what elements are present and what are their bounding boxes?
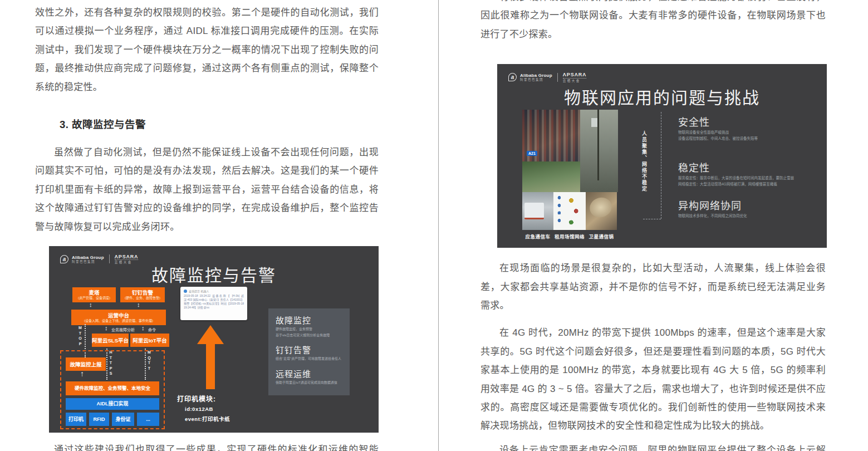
section-security: 安全性 物联网设备安全性面临严峻挑战 设备远程控制越权、中间人攻击、被控设备失陷… <box>678 114 758 141</box>
rfid-label: RFID <box>94 416 105 423</box>
brand-group-cn: 阿里巴巴集团 <box>520 78 552 81</box>
utility-pole <box>597 110 599 180</box>
updown-arrow-icon: ↕ <box>105 325 108 331</box>
ops-title: 运营中台 <box>108 312 129 318</box>
gate-sign-badge: A21 <box>527 151 537 156</box>
dish-face <box>587 194 614 220</box>
section-stability: 稳定性 服务稳定性：服务中断后，大量的设备在短时间内发起重连，要防止雪崩 网络稳… <box>678 160 794 187</box>
caption-satellite-dish: 卫星通信锅 <box>586 233 617 239</box>
flow-box-dingtalk-alert: 钉钉告警 (硬件、业务、故障告警) <box>120 287 165 302</box>
mtop-label: MTOP <box>78 325 82 346</box>
paragraph-intro: 有很多硬件设备虽然联网提供服务，但是运维管控能力都很弱、甚至没有，因此很难称之为… <box>480 0 826 43</box>
printer-label: 打印机 <box>68 416 84 423</box>
slide1-title: 故障监控与告警 <box>49 262 379 286</box>
panel-fault-monitoring: 故障监控 硬件故障监控，业务预警 基于sls日志可定义规则分析业务故障 <box>276 314 342 337</box>
idcard-label: 身份证 <box>115 416 130 423</box>
robot-avatar-icon <box>184 290 187 293</box>
flow-box-aidl: AIDL接口实现 <box>66 398 159 410</box>
ops-sub: (设备入网、设备上下线、通道管理、事件处理) <box>84 318 153 323</box>
alibaba-mark-icon: a <box>508 73 517 81</box>
brand-divider <box>557 73 558 82</box>
panel-title: 故障监控 <box>276 314 342 326</box>
module-id: id:0x12AB <box>185 406 230 412</box>
paragraph-4g-5g: 在 4G 时代，20MHz 的带宽下提供 100Mbps 的速率，但是这个速率是… <box>480 323 826 435</box>
paragraph-device-security: 设备上云肯定需要考虑安全问题，阿里的物联网平台提供了整个设备上云解决方案，设备安… <box>480 441 826 451</box>
panel-desc: 基于sls日志可定义规则分析业务故障 <box>276 333 342 338</box>
caption-venue-network: 租用场馆网络 <box>553 233 586 239</box>
module-event: event:打印机卡纸 <box>185 415 230 423</box>
dingtalk-notification-card: 麦塔提示 机器人 2019-05-18 19:24:22 设备名称【 [H-3k… <box>180 287 247 320</box>
iot-label: 阿里云IoT平台 <box>133 337 167 344</box>
photo-tree-lined-street <box>522 161 580 192</box>
flow-box-maita: 麦塔 (资产管理、设备调度) <box>72 287 116 302</box>
panel-title: 钉钉告警 <box>276 344 342 355</box>
section-heterogeneous-network: 异构网络协同 物联网技术多样化，不同网络之间协同优化 <box>678 198 747 218</box>
section-title: 安全性 <box>678 114 758 129</box>
dashed-separator <box>661 112 661 219</box>
flow-box-fault-report: 故障监控上报 <box>66 357 106 371</box>
ding-title: 钉钉告警 <box>132 290 153 296</box>
ding-sub: (硬件、业务、故障告警) <box>125 296 160 300</box>
module-title: 打印机模块: <box>177 394 230 403</box>
section-heading-fault-monitoring: 3. 故障监控与告警 <box>35 116 379 131</box>
photo-satellite-dish <box>586 192 617 230</box>
section-line: 设备远程控制越权、中间人攻击、被控设备失陷等 <box>678 136 758 141</box>
flow-box-aliyun-iot: 阿里云IoT平台 <box>130 334 169 347</box>
updown-arrow-icon: ↕ <box>89 302 92 308</box>
slide2-title: 物联网应用的问题与挑战 <box>497 84 827 109</box>
dashed-separator-bottom <box>643 219 661 219</box>
sls-label: 阿里云SLS平台 <box>92 337 129 344</box>
big-up-arrow-stem <box>206 344 215 389</box>
slide-fault-monitoring: a Alibaba Group 阿里巴巴集团 ΛPSΛRΛ 云栖大会 故障监控与… <box>49 246 379 433</box>
paragraph-scene: 在现场面临的场景是很复杂的，比如大型活动，人流聚集，线上体验会很差，大家都会共享… <box>480 259 826 315</box>
section-title: 异构网络协同 <box>678 198 747 212</box>
flow-box-rfid: RFID <box>89 413 109 426</box>
notice-header: 麦塔提示 机器人 <box>189 289 209 293</box>
caption-emergency-vehicle: 应急通信车 <box>522 233 553 239</box>
brand-apsara-cn: 云栖大会 <box>563 78 587 82</box>
maita-sub: (资产管理、设备调度) <box>78 296 110 300</box>
flow-box-ops-platform: 运营中台 (设备入网、设备上下线、通道管理、事件处理) <box>71 310 166 325</box>
label-command: 命令 <box>148 327 156 332</box>
brand-apsara: ΛPSΛRΛ <box>563 72 587 77</box>
vertical-side-label: 人员聚集、网络不稳定 <box>641 131 648 192</box>
updown-arrow-icon: ↕ <box>137 302 140 308</box>
document-viewer: 效性之外，还有各种复杂的权限规则的校验。第二个是硬件的自动化测试，我们可以通过模… <box>0 0 868 451</box>
page-left: 效性之外，还有各种复杂的权限规则的校验。第二个是硬件的自动化测试，我们可以通过模… <box>0 0 438 451</box>
flow-box-aliyun-sls: 阿里云SLS平台 <box>92 334 129 347</box>
brand-group: Alibaba Group <box>72 255 104 260</box>
flow-box-printer: 打印机 <box>66 413 86 426</box>
summary-panel: 故障监控 硬件故障监控，业务预警 基于sls日志可定义规则分析业务故障 钉钉告警… <box>268 308 350 395</box>
flow-box-idcard: 身份证 <box>112 413 134 426</box>
panel-desc: 硬件故障监控，业务预警 <box>276 327 342 332</box>
panel-desc: 借助于阿里云IoT通道可完成双向数据通信 <box>276 380 342 385</box>
label-business-fault-analysis: 业务故障分析 <box>111 327 135 332</box>
notice-body: 2019-05-18 19:24:22 设备名称【 [H-3k] 武汉-403 … <box>184 294 244 310</box>
photo-collage: A21 <box>522 110 618 239</box>
photo-crowd-gathering: A21 <box>522 110 580 161</box>
flow-box-hw-monitor: 硬件故障监控、业务预警、本地安全 <box>66 381 159 395</box>
section-title: 稳定性 <box>678 160 794 174</box>
updown-arrow-icon: ↕ <box>141 325 145 331</box>
photo-street-pole <box>580 110 618 192</box>
brand-group: Alibaba Group <box>520 73 552 78</box>
truck-body <box>524 203 544 219</box>
section-line: 服务稳定性：服务中断后，大量的设备在短时间内发起重连，要防止雪崩 <box>678 175 794 180</box>
photo-emergency-comm-vehicle <box>522 192 553 230</box>
hw-monitor-label: 硬件故障监控、业务预警、本地安全 <box>75 385 150 391</box>
slide-iot-challenges: a Alibaba Group 阿里巴巴集团 ΛPSΛRΛ 云栖大会 物联网应用… <box>497 64 827 248</box>
paragraph-monitoring: 虽然做了自动化测试，但是仍然不能保证线上设备不会出现任何问题，出现问题其实不可怕… <box>35 143 379 236</box>
panel-dingtalk-alert: 钉钉告警 结合“麦塔”资产管理，可将故障发送给责任人 <box>276 344 342 361</box>
alibaba-apsara-logo: a Alibaba Group 阿里巴巴集团 ΛPSΛRΛ 云栖大会 <box>508 72 586 82</box>
panel-title: 远程运维 <box>276 367 342 379</box>
panel-remote-ops: 远程运维 借助于阿里云IoT通道可完成双向数据通信 <box>276 367 342 385</box>
big-up-arrow-icon <box>197 325 224 344</box>
printer-module-note: 打印机模块: id:0x12AB event:打印机卡纸 <box>177 394 230 423</box>
panel-desc: 结合“麦塔”资产管理，可将故障发送给责任人 <box>276 356 342 361</box>
aidl-label: AIDL接口实现 <box>97 401 129 407</box>
section-line: 物联网设备安全性面临严峻挑战 <box>678 130 758 135</box>
page-right: 有很多硬件设备虽然联网提供服务，但是运维管控能力都很弱、甚至没有，因此很难称之为… <box>439 0 868 451</box>
photo-venue-network-diagram <box>553 192 586 230</box>
paragraph-results: 通过这些建设我们也取得了一些成果，实现了硬件的标准化和运维的智能化，同时我们也愿… <box>35 440 379 451</box>
paragraph-continuation: 效性之外，还有各种复杂的权限规则的校验。第二个是硬件的自动化测试，我们可以通过模… <box>35 3 379 96</box>
